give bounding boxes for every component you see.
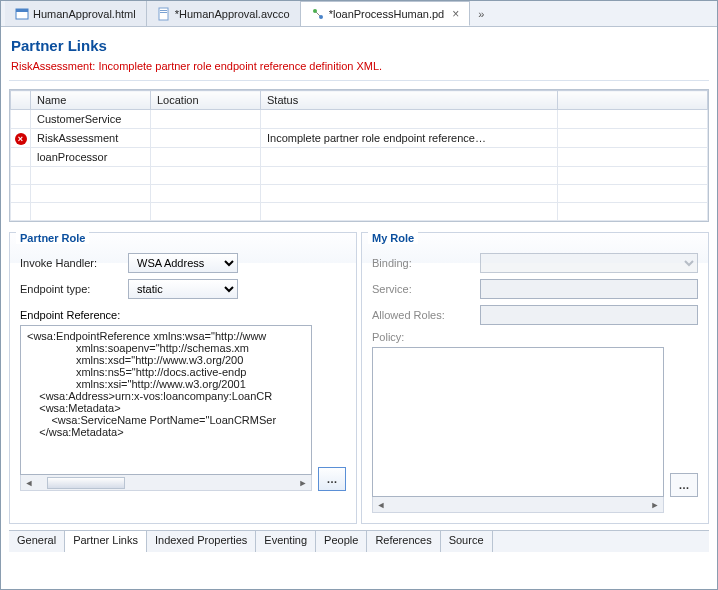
row-status: Incomplete partner role endpoint referen… (261, 129, 558, 148)
row-status (261, 110, 558, 129)
row-location (151, 129, 261, 148)
allowed-roles-label: Allowed Roles: (372, 309, 472, 321)
table-row[interactable]: ×RiskAssessmentIncomplete partner role e… (11, 129, 708, 148)
tab-loan-process-human[interactable]: *loanProcessHuman.pd × (301, 1, 471, 26)
html-icon (15, 7, 29, 21)
policy-browse-button[interactable]: … (670, 473, 698, 497)
policy-h-scrollbar[interactable]: ◄ ► (372, 497, 664, 513)
scroll-left-icon[interactable]: ◄ (21, 478, 37, 488)
binding-label: Binding: (372, 257, 472, 269)
row-extra (558, 185, 708, 203)
row-error-icon (11, 185, 31, 203)
bottom-tab-general[interactable]: General (9, 531, 65, 552)
binding-select (480, 253, 698, 273)
row-error-icon (11, 110, 31, 129)
tab-human-approval-html[interactable]: HumanApproval.html (5, 1, 147, 26)
editor-tabs: HumanApproval.html *HumanApproval.avcco … (1, 1, 717, 27)
row-error-icon (11, 167, 31, 185)
endpoint-type-select[interactable]: static (128, 279, 238, 299)
service-input (480, 279, 698, 299)
validation-warning: RiskAssessment: Incomplete partner role … (9, 60, 709, 81)
row-name: loanProcessor (31, 148, 151, 167)
endpoint-h-scrollbar[interactable]: ◄ ► (20, 475, 312, 491)
row-error-icon (11, 203, 31, 221)
endpoint-reference-textarea[interactable]: <wsa:EndpointReference xmlns:wsa="http:/… (20, 325, 312, 475)
row-error-icon: × (11, 129, 31, 148)
row-status (261, 185, 558, 203)
scroll-track[interactable] (389, 499, 647, 511)
row-status (261, 148, 558, 167)
row-extra (558, 129, 708, 148)
svg-rect-1 (16, 9, 28, 12)
page-title: Partner Links (9, 33, 709, 60)
row-location (151, 185, 261, 203)
tab-overflow-button[interactable]: » (470, 1, 492, 26)
close-icon[interactable]: × (452, 7, 459, 21)
row-status (261, 203, 558, 221)
row-location (151, 110, 261, 129)
bottom-tab-source[interactable]: Source (441, 531, 493, 552)
svg-rect-4 (160, 12, 167, 13)
scroll-track[interactable] (37, 477, 295, 489)
table-row[interactable] (11, 203, 708, 221)
row-extra (558, 203, 708, 221)
my-role-panel: My Role Binding: Service: Allowed Roles:… (361, 232, 709, 524)
row-extra (558, 148, 708, 167)
partner-role-panel: Partner Role Invoke Handler: WSA Address… (9, 232, 357, 524)
col-name[interactable]: Name (31, 91, 151, 110)
row-location (151, 148, 261, 167)
tab-human-approval-avcco[interactable]: *HumanApproval.avcco (147, 1, 301, 26)
svg-rect-2 (159, 8, 168, 20)
row-extra (558, 167, 708, 185)
col-extra[interactable] (558, 91, 708, 110)
row-extra (558, 110, 708, 129)
my-role-legend: My Role (368, 232, 418, 244)
invoke-handler-label: Invoke Handler: (20, 257, 120, 269)
endpoint-browse-button[interactable]: … (318, 467, 346, 491)
bottom-tab-indexed-properties[interactable]: Indexed Properties (147, 531, 256, 552)
tab-label: HumanApproval.html (33, 8, 136, 20)
col-status[interactable]: Status (261, 91, 558, 110)
col-location[interactable]: Location (151, 91, 261, 110)
table-row[interactable] (11, 185, 708, 203)
table-row[interactable]: loanProcessor (11, 148, 708, 167)
table-row[interactable]: CustomerService (11, 110, 708, 129)
partner-role-legend: Partner Role (16, 232, 89, 244)
bottom-tab-eventing[interactable]: Eventing (256, 531, 316, 552)
row-location (151, 167, 261, 185)
partner-links-table: Name Location Status CustomerService×Ris… (10, 90, 708, 221)
scroll-right-icon[interactable]: ► (295, 478, 311, 488)
flow-icon (311, 7, 325, 21)
partner-links-table-wrap: Name Location Status CustomerService×Ris… (9, 89, 709, 222)
tab-label: *HumanApproval.avcco (175, 8, 290, 20)
endpoint-reference-label: Endpoint Reference: (20, 309, 346, 321)
bottom-tab-partner-links[interactable]: Partner Links (65, 531, 147, 552)
col-icon[interactable] (11, 91, 31, 110)
bottom-tabs: GeneralPartner LinksIndexed PropertiesEv… (9, 530, 709, 552)
allowed-roles-input (480, 305, 698, 325)
tab-label: *loanProcessHuman.pd (329, 8, 445, 20)
bottom-tab-people[interactable]: People (316, 531, 367, 552)
row-name (31, 185, 151, 203)
row-name: CustomerService (31, 110, 151, 129)
doc-icon (157, 7, 171, 21)
scroll-right-icon[interactable]: ► (647, 500, 663, 510)
row-status (261, 167, 558, 185)
overflow-glyph: » (478, 8, 484, 20)
row-location (151, 203, 261, 221)
policy-label: Policy: (372, 331, 698, 343)
scroll-left-icon[interactable]: ◄ (373, 500, 389, 510)
row-name: RiskAssessment (31, 129, 151, 148)
svg-rect-3 (160, 10, 167, 11)
row-error-icon (11, 148, 31, 167)
endpoint-type-label: Endpoint type: (20, 283, 120, 295)
bottom-tab-references[interactable]: References (367, 531, 440, 552)
service-label: Service: (372, 283, 472, 295)
row-name (31, 203, 151, 221)
policy-textarea[interactable] (372, 347, 664, 497)
invoke-handler-select[interactable]: WSA Address (128, 253, 238, 273)
row-name (31, 167, 151, 185)
svg-line-7 (316, 12, 320, 16)
table-row[interactable] (11, 167, 708, 185)
scroll-thumb[interactable] (47, 477, 124, 489)
